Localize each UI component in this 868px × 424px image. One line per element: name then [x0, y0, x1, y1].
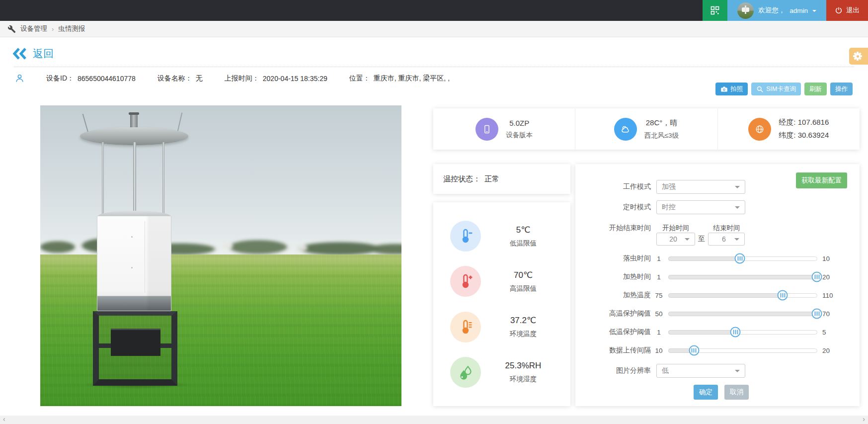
resolution-select[interactable]: 低 — [656, 364, 745, 378]
slider-label: 低温保护阈值 — [575, 328, 651, 337]
thermometer-icon — [450, 312, 481, 342]
upload-interval-slider-row: 数据上传间隔 10 20 — [575, 344, 860, 356]
high-temp-protect-slider-row: 高温保护阈值 50 70 — [575, 308, 860, 320]
start-time-value: 20 — [662, 235, 685, 243]
end-time-select[interactable]: 6 — [708, 233, 745, 246]
location-value: 重庆市, 重庆市, 梁平区, , — [374, 74, 450, 83]
sensor-card: 5℃ 低温限值 70℃ 高温限值 37.2℃ 环境温度 25.3%RH 环境湿度 — [433, 202, 570, 406]
slider-min: 75 — [651, 292, 667, 299]
low-temp-limit-row: 5℃ 低温限值 — [433, 221, 570, 252]
device-name-group: 设备名称： 无 — [158, 74, 203, 83]
slider-label: 高温保护阈值 — [575, 309, 651, 318]
ambient-temp-row: 37.2℃ 环境温度 — [433, 312, 570, 342]
breadcrumb-separator: › — [52, 25, 54, 33]
refresh-button[interactable]: 刷新 — [804, 83, 827, 95]
slider-handle[interactable] — [778, 290, 788, 301]
low-temp-protect-slider[interactable] — [668, 330, 817, 335]
power-icon — [835, 6, 843, 14]
back-button[interactable]: 返回 — [13, 47, 54, 61]
take-photo-button[interactable]: 拍照 — [715, 83, 748, 95]
form-buttons: 确定 取消 — [694, 385, 749, 400]
refresh-label: 刷新 — [809, 85, 822, 93]
low-temp-limit-value: 5℃ — [491, 225, 555, 235]
drop-time-slider[interactable] — [668, 256, 817, 261]
toolbar: 拍照 SIM卡查询 刷新 操作 — [715, 83, 853, 95]
ambient-temp-value: 37.2℃ — [491, 315, 555, 326]
temp-control-status-card: 温控状态： 正常 — [433, 164, 570, 194]
logout-button[interactable]: 退出 — [826, 0, 868, 21]
drop-time-slider-row: 落虫时间 1 10 — [575, 253, 860, 264]
caret-down-icon — [735, 370, 740, 375]
start-time-select[interactable]: 20 — [656, 233, 695, 246]
device-id-group: 设备ID： 865650044610778 — [46, 74, 136, 83]
slider-handle[interactable] — [689, 345, 699, 356]
slider-label: 加热时间 — [575, 272, 651, 281]
slider-handle[interactable] — [812, 309, 822, 319]
qr-code-icon — [710, 5, 720, 15]
logout-label: 退出 — [846, 6, 860, 15]
operate-button[interactable]: 操作 — [830, 83, 853, 95]
slider-min: 10 — [651, 347, 667, 354]
scroll-left-arrow[interactable]: ‹ — [3, 416, 5, 424]
device-info-row: 设备ID： 865650044610778 设备名称： 无 上报时间： 2020… — [15, 74, 450, 83]
device-photo — [40, 105, 401, 406]
sim-query-label: SIM卡查询 — [766, 85, 796, 93]
welcome-text: 欢迎您， — [758, 6, 785, 15]
longitude-value: 经度: 107.6816 — [779, 118, 829, 127]
breadcrumb: 设备管理 › 虫情测报 — [0, 21, 868, 37]
timer-mode-select[interactable]: 时控 — [656, 200, 745, 214]
timer-mode-value: 时控 — [662, 203, 676, 212]
ambient-humidity-value: 25.3%RH — [491, 361, 555, 371]
heating-time-slider[interactable] — [668, 275, 817, 279]
start-time-header: 开始时间 — [656, 224, 695, 233]
divider — [14, 67, 854, 67]
thermometer-minus-icon — [450, 221, 481, 252]
high-temp-protect-slider[interactable] — [668, 312, 817, 316]
end-time-header: 结束时间 — [708, 224, 745, 233]
globe-icon — [748, 118, 771, 141]
slider-label: 加热温度 — [575, 291, 651, 300]
time-range-label: 开始结束时间 — [575, 224, 651, 233]
resolution-value: 低 — [662, 366, 669, 375]
slider-handle[interactable] — [812, 272, 822, 282]
operate-label: 操作 — [835, 85, 848, 93]
sim-query-button[interactable]: SIM卡查询 — [751, 83, 801, 95]
high-temp-limit-row: 70℃ 高温限值 — [433, 266, 570, 297]
timer-mode-label: 定时模式 — [575, 203, 651, 212]
slider-max: 10 — [822, 255, 830, 262]
thermometer-plus-icon — [450, 266, 481, 297]
info-strip: 5.0ZP 设备版本 28C°，晴 西北风≤3级 经度: 107.6816 纬度… — [433, 108, 860, 150]
device-id-label: 设备ID： — [46, 74, 74, 83]
low-temp-protect-slider-row: 低温保护阈值 1 5 — [575, 326, 860, 338]
confirm-button[interactable]: 确定 — [694, 385, 718, 400]
breadcrumb-item-device-management[interactable]: 设备管理 — [20, 24, 47, 33]
slider-handle[interactable] — [735, 254, 745, 264]
work-mode-select[interactable]: 加强 — [656, 180, 745, 194]
work-mode-value: 加强 — [662, 182, 676, 191]
heating-temp-slider[interactable] — [668, 293, 817, 298]
caret-down-icon — [735, 206, 740, 211]
work-mode-label: 工作模式 — [575, 182, 651, 191]
caret-down-icon — [735, 186, 740, 191]
slider-label: 落虫时间 — [575, 254, 651, 263]
user-menu[interactable]: 欢迎您， admin — [727, 0, 826, 21]
to-text: 至 — [695, 235, 708, 244]
ambient-temp-label: 环境温度 — [491, 330, 555, 339]
cloud-icon — [614, 118, 637, 141]
wrench-icon — [7, 25, 16, 33]
cancel-button[interactable]: 取消 — [724, 385, 749, 400]
upload-interval-slider[interactable] — [668, 348, 817, 353]
ambient-humidity-label: 环境湿度 — [491, 375, 555, 384]
caret-down-icon — [685, 238, 690, 243]
scroll-right-arrow[interactable]: › — [863, 416, 865, 424]
ambient-humidity-row: 25.3%RH 环境湿度 — [433, 357, 570, 388]
camera-icon — [720, 85, 728, 93]
back-label: 返回 — [33, 47, 54, 61]
qr-code-button[interactable] — [703, 0, 727, 21]
slider-min: 1 — [651, 273, 667, 281]
resolution-row: 图片分辨率 低 — [575, 364, 860, 378]
slider-handle[interactable] — [730, 327, 741, 338]
settings-gear-button[interactable] — [849, 48, 868, 65]
end-time-value: 6 — [713, 235, 734, 243]
horizontal-scrollbar[interactable]: ‹ › — [0, 416, 868, 424]
